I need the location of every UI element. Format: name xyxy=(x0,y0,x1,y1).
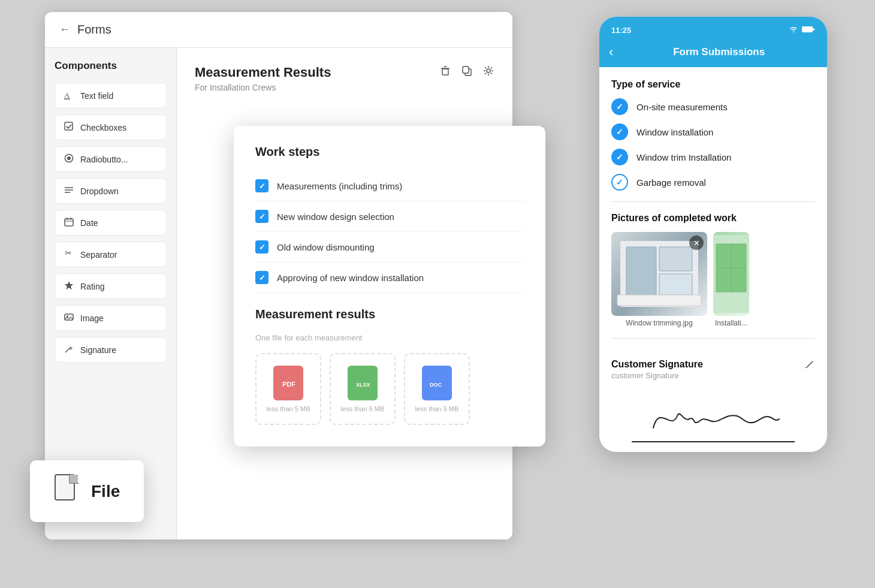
signature-label: Signature xyxy=(80,345,116,355)
svg-text:✂: ✂ xyxy=(65,249,72,258)
image-label: Image xyxy=(80,313,104,323)
form-actions xyxy=(439,65,494,80)
file-tooltip: File xyxy=(30,460,144,522)
component-signature[interactable]: Signature xyxy=(55,337,167,363)
mobile-content: Type of service On-site measurements Win… xyxy=(599,67,827,452)
svg-rect-35 xyxy=(626,247,656,295)
component-rating[interactable]: Rating xyxy=(55,273,167,299)
component-radiobutton[interactable]: Radiobutto... xyxy=(55,146,167,172)
signature-baseline xyxy=(632,441,795,442)
divider-2 xyxy=(611,338,815,339)
svg-rect-38 xyxy=(617,295,701,306)
svg-rect-32 xyxy=(802,26,813,32)
status-time: 11:25 xyxy=(611,26,631,35)
type-of-service-label: Type of service xyxy=(611,79,815,90)
signature-icon xyxy=(64,344,74,355)
component-image[interactable]: Image xyxy=(55,305,167,331)
battery-icon xyxy=(802,26,815,35)
forms-header: ← Forms xyxy=(45,12,512,48)
svg-text:XLSX: XLSX xyxy=(356,382,370,388)
svg-text:PDF: PDF xyxy=(282,381,295,388)
file-tooltip-label: File xyxy=(91,482,120,501)
file-upload-pdf[interactable]: PDF less than 5 MB xyxy=(255,353,321,425)
separator-label: Separator xyxy=(80,250,117,260)
picture-card-1: ✕ Window trimming.jpg xyxy=(611,232,707,327)
svg-rect-2 xyxy=(65,122,73,130)
service-text-2: Window installation xyxy=(636,127,713,137)
picture-caption-1: Window trimming.jpg xyxy=(611,319,707,327)
service-text-4: Garbage removal xyxy=(636,177,706,188)
picture-card-2: Installati... xyxy=(713,232,749,327)
service-text-1: On-site measurements xyxy=(636,102,728,112)
service-item-2: Window installation xyxy=(611,123,815,140)
checkbox-2[interactable] xyxy=(255,210,268,223)
file-upload-xlsx[interactable]: XLSX less than 5 MB xyxy=(330,353,396,425)
svg-rect-33 xyxy=(813,28,814,31)
checklist-text-1: Measurements (including trims) xyxy=(277,181,402,191)
svg-marker-13 xyxy=(65,281,73,290)
file-drag-icon xyxy=(54,474,80,509)
date-label: Date xyxy=(80,218,98,228)
checklist-item-2: New window design selection xyxy=(255,201,524,232)
delete-icon[interactable] xyxy=(439,65,451,80)
service-check-3 xyxy=(611,149,628,165)
installation-image xyxy=(713,232,749,316)
picture-img-2 xyxy=(713,232,749,316)
rating-label: Rating xyxy=(80,282,104,291)
back-button[interactable]: ← xyxy=(59,23,70,36)
mobile-header: ‹ Form Submissions xyxy=(599,37,827,67)
checklist-text-4: Approving of new window installation xyxy=(277,273,424,283)
pictures-grid: ✕ Window trimming.jpg Instal xyxy=(611,232,815,327)
signature-drawing xyxy=(641,392,785,440)
component-checkboxes[interactable]: Checkboxes xyxy=(55,114,167,140)
svg-point-22 xyxy=(487,69,490,73)
picture-img-1: ✕ xyxy=(611,232,707,316)
mobile-header-title: Form Submissions xyxy=(620,46,817,58)
service-text-3: Window trim Installation xyxy=(636,152,731,162)
svg-text:DOC: DOC xyxy=(430,382,442,388)
checklist-item-1: Measurements (including trims) xyxy=(255,171,524,201)
mobile-back-button[interactable]: ‹ xyxy=(609,44,613,60)
signature-hint: customer Signature xyxy=(611,371,703,380)
form-header: Measurement Results For Installation Cre… xyxy=(195,65,494,92)
xlsx-icon: XLSX xyxy=(348,366,378,400)
picture-close-1[interactable]: ✕ xyxy=(689,236,704,250)
picture-caption-2: Installati... xyxy=(713,319,749,327)
signature-edit-icon[interactable] xyxy=(803,359,815,374)
service-item-4: Garbage removal xyxy=(611,174,815,191)
text-field-label: Text field xyxy=(80,91,113,101)
status-icons xyxy=(789,26,815,35)
svg-point-15 xyxy=(67,315,68,317)
checkboxes-icon xyxy=(64,122,74,133)
svg-point-4 xyxy=(67,156,71,160)
file-upload-docx[interactable]: DOC less than 5 MB xyxy=(404,353,470,425)
measurement-title: Measurement results xyxy=(255,307,524,321)
service-check-4 xyxy=(611,174,628,191)
checklist-item-3: Old window dismounting xyxy=(255,232,524,263)
svg-line-16 xyxy=(65,348,70,352)
checkbox-1[interactable] xyxy=(255,179,268,192)
rating-icon xyxy=(64,281,74,292)
component-text-field[interactable]: A Text field xyxy=(55,83,167,108)
checklist-item-4: Approving of new window installation xyxy=(255,263,524,293)
service-check-2 xyxy=(611,123,628,140)
component-dropdown[interactable]: Dropdown xyxy=(55,178,167,204)
checklist-text-3: Old window dismounting xyxy=(277,242,375,252)
settings-icon[interactable] xyxy=(482,65,494,80)
component-separator[interactable]: ✂ Separator xyxy=(55,242,167,267)
signature-area xyxy=(611,388,815,442)
svg-text:A: A xyxy=(64,91,70,99)
svg-rect-17 xyxy=(442,69,448,75)
copy-icon[interactable] xyxy=(461,65,473,80)
dropdown-label: Dropdown xyxy=(80,186,119,196)
component-date[interactable]: Date xyxy=(55,210,167,236)
checkboxes-label: Checkboxes xyxy=(80,123,126,132)
wifi-icon xyxy=(789,26,798,35)
checkbox-3[interactable] xyxy=(255,240,268,254)
text-field-icon: A xyxy=(64,90,74,101)
pdf-size: less than 5 MB xyxy=(267,405,310,412)
signature-title: Customer Signature xyxy=(611,359,703,370)
form-name: Measurement Results xyxy=(195,65,331,80)
checkbox-4[interactable] xyxy=(255,271,268,284)
dropdown-icon xyxy=(64,185,74,197)
